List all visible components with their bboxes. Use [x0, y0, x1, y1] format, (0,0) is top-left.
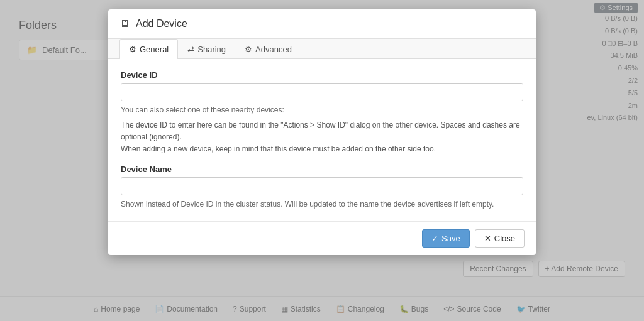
advanced-tab-icon: ⚙ — [245, 45, 252, 54]
modal-title: Add Device — [136, 18, 187, 30]
device-id-label: Device ID — [121, 70, 523, 80]
gear-tab-icon: ⚙ — [129, 45, 136, 54]
device-id-info: The device ID to enter here can be found… — [121, 119, 523, 156]
modal-overlay: 🖥 Add Device ⚙ General ⇄ Sharing ⚙ Advan… — [0, 0, 644, 321]
close-button[interactable]: ✕ Close — [475, 229, 525, 248]
tab-sharing[interactable]: ⇄ Sharing — [178, 39, 235, 59]
device-name-hint: Shown instead of Device ID in the cluste… — [121, 199, 523, 210]
save-button[interactable]: ✓ Save — [422, 229, 470, 248]
device-name-input[interactable] — [121, 177, 523, 195]
modal-body: Device ID You can also select one of the… — [108, 59, 536, 221]
monitor-icon: 🖥 — [119, 18, 130, 30]
modal-tabs: ⚙ General ⇄ Sharing ⚙ Advanced — [108, 39, 536, 59]
tab-sharing-label: Sharing — [197, 45, 226, 54]
add-device-modal: 🖥 Add Device ⚙ General ⇄ Sharing ⚙ Advan… — [108, 9, 536, 255]
tab-general-label: General — [140, 45, 169, 54]
device-name-label: Device Name — [121, 165, 523, 174]
close-label: Close — [494, 234, 515, 243]
save-label: Save — [441, 234, 460, 243]
modal-header: 🖥 Add Device — [108, 9, 536, 39]
times-icon: ✕ — [484, 234, 491, 243]
tab-general[interactable]: ⚙ General — [119, 39, 178, 59]
modal-footer: ✓ Save ✕ Close — [108, 221, 536, 255]
device-id-hint: You can also select one of these nearby … — [121, 104, 523, 116]
tab-advanced[interactable]: ⚙ Advanced — [235, 39, 301, 59]
check-icon: ✓ — [431, 234, 438, 243]
tab-advanced-label: Advanced — [255, 45, 292, 54]
device-id-input[interactable] — [121, 83, 523, 101]
share-tab-icon: ⇄ — [187, 45, 194, 54]
